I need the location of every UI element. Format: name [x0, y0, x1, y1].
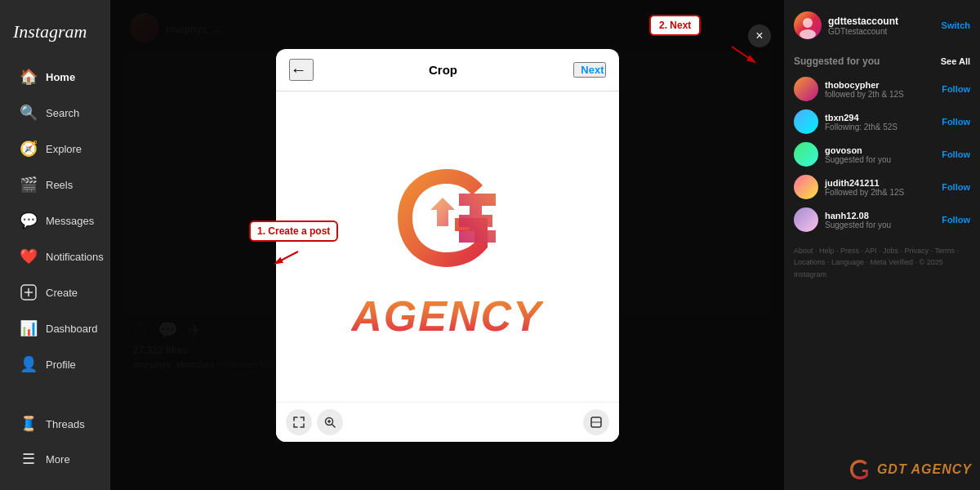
sidebar-item-home[interactable]: 🏠 Home	[7, 60, 104, 94]
sidebar-item-notifications[interactable]: ❤️ Notifications	[7, 239, 104, 274]
back-button[interactable]: ←	[289, 59, 314, 81]
crop-modal: ← Crop Next	[276, 49, 619, 442]
sidebar-item-explore[interactable]: 🧭 Explore	[7, 131, 104, 166]
threads-icon: 🧵	[20, 415, 38, 433]
sidebar-item-more[interactable]: ☰ More	[7, 442, 104, 476]
callout-arrow-2-icon	[728, 42, 768, 67]
main-content: murphys_... ♡ 💬 ✈ 27,322 likes murphys_s…	[110, 0, 784, 490]
sidebar-logo: Instagram	[0, 13, 110, 59]
create-icon	[20, 283, 38, 301]
follow-button-3[interactable]: Follow	[942, 182, 970, 192]
svg-line-10	[278, 252, 298, 262]
sidebar-item-reels[interactable]: 🎬 Reels	[7, 167, 104, 202]
avatar-hanh	[794, 207, 818, 232]
expand-button[interactable]	[286, 409, 312, 435]
avatar-govoson	[794, 142, 818, 167]
footer-links: About · Help · Press · API · Jobs · Priv…	[794, 245, 970, 280]
modal-header: ← Crop Next	[276, 49, 619, 91]
suggested-item-4: hanh12.08 Suggested for you Follow	[794, 207, 970, 232]
follow-button-2[interactable]: Follow	[942, 149, 970, 159]
suggested-info-3: judith241211 Followed by 2th& 12S	[825, 178, 935, 197]
modal-toolbar	[276, 402, 619, 442]
see-all-button[interactable]: See All	[941, 56, 970, 66]
reels-icon: 🎬	[20, 176, 38, 194]
modal-image-area: AGENCY	[276, 91, 619, 402]
follow-button-4[interactable]: Follow	[942, 215, 970, 225]
right-panel: gdttestaccount GDTtestaccount Switch Sug…	[784, 0, 980, 490]
avatar-judith	[794, 175, 818, 199]
home-icon: 🏠	[20, 68, 38, 86]
agency-text: AGENCY	[351, 292, 542, 341]
sidebar-item-search[interactable]: 🔍 Search	[7, 96, 104, 130]
toolbar-right	[583, 409, 609, 435]
explore-icon: 🧭	[20, 140, 38, 158]
account-info: gdttestaccount GDTtestaccount	[828, 16, 935, 36]
suggested-info-1: tbxn294 Following: 2th& 52S	[825, 113, 935, 131]
suggested-item-2: govoson Suggested for you Follow	[794, 142, 970, 167]
svg-point-14	[800, 29, 816, 39]
sidebar-item-create[interactable]: Create	[7, 275, 104, 310]
messages-icon: 💬	[20, 212, 38, 229]
search-icon: 🔍	[20, 104, 38, 122]
modal-overlay: ← Crop Next	[110, 0, 784, 490]
watermark-icon	[848, 457, 872, 482]
callout-create-post: 1. Create a post	[249, 220, 338, 242]
dashboard-icon: 📊	[20, 319, 38, 337]
follow-button-1[interactable]: Follow	[942, 117, 970, 127]
app-container: Instagram 🏠 Home 🔍 Search 🧭 Explore 🎬 Re…	[0, 0, 980, 490]
avatar	[794, 11, 822, 39]
avatar-thobocypher	[794, 77, 818, 101]
modal-title: Crop	[314, 63, 573, 77]
gdt-icon	[381, 153, 512, 283]
account-row: gdttestaccount GDTtestaccount Switch	[794, 8, 970, 42]
suggested-info-4: hanh12.08 Suggested for you	[825, 211, 935, 229]
suggested-item-3: judith241211 Followed by 2th& 12S Follow	[794, 175, 970, 199]
suggested-info-0: thobocypher followed by 2th & 12S	[825, 80, 935, 99]
toolbar-left	[286, 409, 343, 435]
switch-button[interactable]: Switch	[942, 20, 970, 30]
svg-point-13	[803, 18, 813, 28]
suggested-item-0: thobocypher followed by 2th & 12S Follow	[794, 77, 970, 101]
suggested-header: Suggested for you See All	[794, 56, 970, 67]
avatar-tbxn294	[794, 109, 818, 134]
profile-icon: 👤	[20, 355, 38, 373]
callout-arrow-1-icon	[274, 250, 306, 266]
sidebar-item-threads[interactable]: 🧵 Threads	[7, 407, 104, 441]
crop-aspect-button[interactable]	[583, 409, 609, 435]
suggested-item-1: tbxn294 Following: 2th& 52S Follow	[794, 109, 970, 134]
callout-next: 2. Next	[649, 15, 701, 36]
next-button[interactable]: Next	[573, 62, 606, 78]
agency-logo: AGENCY	[351, 153, 542, 341]
svg-line-4	[332, 424, 335, 427]
suggested-info-2: govoson Suggested for you	[825, 145, 935, 164]
sidebar-item-profile[interactable]: 👤 Profile	[7, 347, 104, 381]
sidebar-item-messages[interactable]: 💬 Messages	[7, 203, 104, 238]
watermark: GDT AGENCY	[848, 457, 972, 482]
svg-line-12	[732, 47, 752, 60]
follow-button-0[interactable]: Follow	[942, 84, 970, 94]
sidebar-item-dashboard[interactable]: 📊 Dashboard	[7, 311, 104, 345]
sidebar: Instagram 🏠 Home 🔍 Search 🧭 Explore 🎬 Re…	[0, 0, 110, 490]
notifications-icon: ❤️	[20, 247, 38, 265]
zoom-button[interactable]	[317, 409, 343, 435]
more-icon: ☰	[20, 450, 38, 468]
